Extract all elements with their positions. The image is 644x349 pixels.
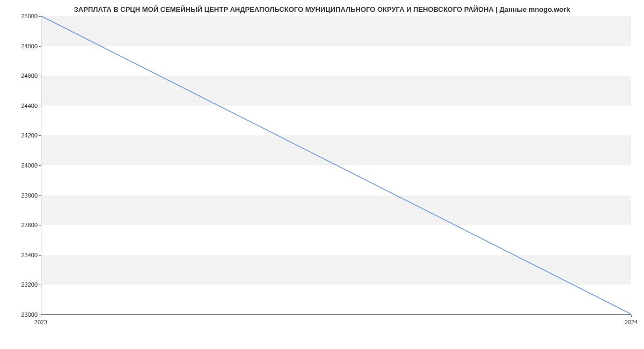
y-axis-tick-label: 24200 bbox=[20, 132, 38, 139]
y-axis-tick-label: 23400 bbox=[20, 252, 38, 258]
y-axis-tick-mark bbox=[39, 46, 41, 47]
x-axis-tick-label: 2024 bbox=[625, 319, 638, 325]
x-axis-tick-label: 2023 bbox=[34, 319, 47, 325]
y-axis-tick-mark bbox=[39, 195, 41, 196]
y-axis-tick-mark bbox=[39, 76, 41, 76]
x-axis-tick-mark bbox=[631, 315, 632, 317]
y-axis-tick-mark bbox=[39, 106, 41, 106]
y-axis-tick-label: 24600 bbox=[20, 72, 38, 79]
y-axis-tick-mark bbox=[39, 135, 41, 136]
x-axis-tick-mark bbox=[41, 315, 41, 317]
y-axis-tick-label: 23800 bbox=[20, 192, 38, 199]
plot-area bbox=[41, 16, 631, 315]
y-axis-tick-label: 23600 bbox=[20, 222, 38, 228]
y-axis-tick-label: 24000 bbox=[20, 162, 38, 169]
y-axis-tick-mark bbox=[39, 255, 41, 256]
chart-title: ЗАРПЛАТА В СРЦН МОЙ СЕМЕЙНЫЙ ЦЕНТР АНДРЕ… bbox=[0, 0, 644, 18]
y-axis-tick-label: 23000 bbox=[20, 311, 38, 318]
y-axis-tick-label: 24800 bbox=[20, 43, 38, 49]
y-axis-tick-label: 23200 bbox=[20, 281, 38, 288]
line-series bbox=[41, 16, 631, 314]
y-axis-tick-label: 24400 bbox=[20, 103, 38, 109]
chart-container: ЗАРПЛАТА В СРЦН МОЙ СЕМЕЙНЫЙ ЦЕНТР АНДРЕ… bbox=[0, 0, 644, 333]
y-axis-tick-mark bbox=[39, 165, 41, 166]
y-axis-tick-mark bbox=[39, 225, 41, 226]
y-axis-tick-mark bbox=[39, 285, 41, 285]
y-axis-tick-label: 25000 bbox=[20, 13, 38, 19]
y-axis-tick-mark bbox=[39, 16, 41, 17]
